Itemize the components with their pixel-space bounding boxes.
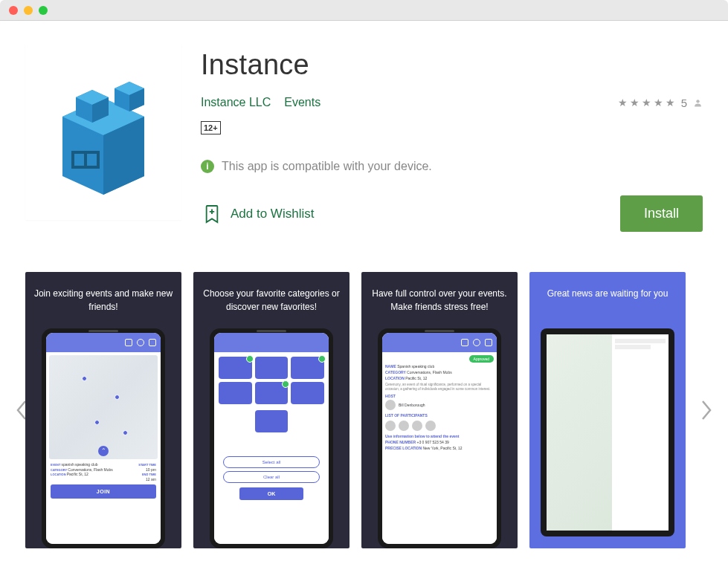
svg-point-11	[696, 100, 699, 103]
bookmark-add-icon	[204, 204, 220, 224]
screenshot-slide[interactable]: Join exciting events and make new friend…	[25, 272, 181, 548]
app-icon	[25, 43, 181, 220]
screenshot-slide[interactable]: Great news are waiting for you	[529, 272, 686, 548]
star-icon: ★	[666, 97, 675, 108]
age-rating-badge: 12+	[201, 121, 221, 134]
rating-block: ★ ★ ★ ★ ★ 5	[618, 97, 703, 109]
window-titlebar	[0, 0, 728, 21]
phone-mockup: Approved NAME Spanish speaking club CATE…	[378, 328, 501, 548]
info-icon: i	[201, 160, 214, 173]
app-title: Instance	[201, 49, 703, 81]
install-button[interactable]: Install	[620, 195, 703, 232]
rating-stars: ★ ★ ★ ★ ★	[618, 97, 675, 108]
window-minimize-button[interactable]	[24, 6, 33, 15]
rating-value: 5	[681, 97, 687, 109]
slide-caption: Choose your favorite categories or disco…	[201, 287, 342, 320]
slide-caption: Great news are waiting for you	[547, 287, 669, 320]
star-icon: ★	[630, 97, 640, 108]
developer-link[interactable]: Instance LLC	[201, 96, 271, 109]
screenshot-slide[interactable]: Choose your favorite categories or disco…	[193, 272, 349, 548]
tablet-mockup	[541, 328, 674, 536]
star-icon: ★	[642, 97, 651, 108]
chevron-right-icon	[700, 399, 713, 421]
compatibility-text: This app is compatible with your device.	[222, 160, 432, 173]
wishlist-label: Add to Wishlist	[231, 207, 314, 221]
carousel-next-button[interactable]	[694, 388, 719, 432]
screenshot-carousel: Join exciting events and make new friend…	[25, 272, 703, 548]
reviewers-icon	[693, 98, 703, 108]
phone-mockup: Select all Clear all OK	[210, 328, 333, 548]
add-to-wishlist-button[interactable]: Add to Wishlist	[201, 204, 314, 224]
screenshot-slide[interactable]: Have full control over your events. Make…	[361, 272, 518, 548]
star-icon: ★	[654, 97, 663, 108]
category-link[interactable]: Events	[284, 96, 320, 109]
star-icon: ★	[618, 97, 628, 108]
window-close-button[interactable]	[9, 6, 18, 15]
slide-caption: Join exciting events and make new friend…	[33, 287, 174, 320]
phone-mockup: ⌃ EVENT spanish speaking club CATEGORY C…	[42, 328, 165, 548]
slide-caption: Have full control over your events. Make…	[369, 287, 510, 320]
window-maximize-button[interactable]	[39, 6, 48, 15]
